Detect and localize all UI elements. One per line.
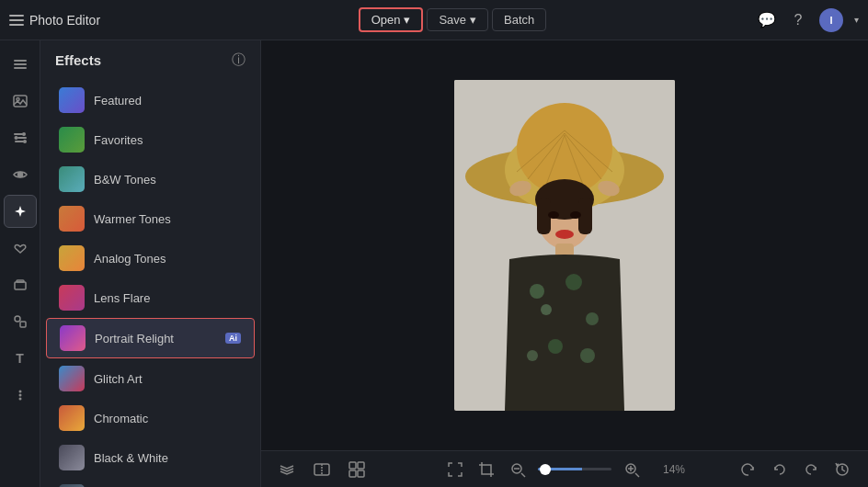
svg-point-9	[14, 136, 17, 140]
sidebar-item-menu[interactable]	[4, 48, 37, 81]
effect-item-chromatic[interactable]: Chromatic	[46, 399, 255, 437]
user-menu-chevron[interactable]: ▾	[854, 15, 859, 25]
svg-rect-7	[15, 141, 24, 142]
effects-panel: Effects ⓘ FeaturedFavoritesB&W TonesWarm…	[40, 40, 261, 487]
crop-icon[interactable]	[475, 459, 497, 481]
menu-icon[interactable]	[9, 15, 24, 26]
sidebar-item-effects[interactable]	[4, 195, 37, 228]
svg-point-11	[17, 173, 22, 177]
sidebar-item-eye[interactable]	[4, 158, 37, 191]
svg-point-10	[23, 140, 27, 143]
svg-rect-3	[14, 96, 27, 107]
effect-label-lens-flare: Lens Flare	[94, 291, 242, 305]
svg-rect-0	[14, 60, 27, 62]
effect-item-favorites[interactable]: Favorites	[46, 120, 255, 159]
svg-point-35	[555, 230, 574, 239]
avatar[interactable]: I	[819, 8, 843, 32]
ai-badge: Ai	[225, 333, 241, 344]
svg-rect-48	[349, 462, 356, 469]
effect-label-warmer-tones: Warmer Tones	[94, 212, 242, 226]
effect-label-analog-tones: Analog Tones	[94, 252, 242, 266]
effect-icon-featured	[59, 87, 85, 113]
effect-icon-portrait-relight	[60, 325, 86, 351]
effect-icon-lens-flare	[59, 285, 85, 311]
effect-item-featured[interactable]: Featured	[46, 81, 255, 119]
effect-item-portrait-relight[interactable]: Portrait RelightAi	[46, 318, 255, 358]
svg-point-14	[15, 316, 20, 322]
svg-point-40	[586, 312, 599, 325]
save-button[interactable]: Save ▾	[427, 8, 488, 31]
effect-icon-chromatic	[59, 405, 85, 431]
svg-point-18	[18, 398, 21, 401]
sidebar-item-objects[interactable]	[4, 305, 37, 338]
sidebar-item-tune[interactable]	[4, 121, 37, 154]
sidebar-item-more[interactable]	[4, 379, 37, 412]
bottombar: 14%	[261, 450, 868, 487]
layers-icon[interactable]	[276, 459, 298, 481]
topbar-center: Open ▾ Save ▾ Batch	[193, 7, 712, 32]
sidebar-item-layers[interactable]	[4, 268, 37, 301]
zoom-out-icon[interactable]	[507, 459, 529, 481]
svg-rect-13	[17, 280, 24, 282]
effect-item-black-white[interactable]: Black & White	[46, 438, 255, 477]
svg-point-17	[18, 394, 21, 397]
help-icon[interactable]: ?	[788, 10, 808, 30]
history-icon[interactable]	[831, 459, 853, 481]
effect-label-portrait-relight: Portrait Relight	[95, 332, 216, 345]
svg-point-33	[548, 211, 559, 219]
svg-rect-51	[358, 470, 364, 477]
effect-item-analog-tones[interactable]: Analog Tones	[46, 239, 255, 277]
icon-sidebar: T	[0, 40, 40, 487]
svg-line-58	[635, 473, 639, 477]
effect-label-black-white: Black & White	[94, 451, 242, 465]
zoom-value: 14%	[652, 463, 685, 476]
svg-point-42	[527, 350, 538, 361]
effect-icon-black-white	[59, 445, 85, 470]
batch-button[interactable]: Batch	[492, 8, 546, 31]
svg-point-41	[548, 339, 563, 354]
chevron-down-icon: ▾	[470, 13, 476, 27]
sidebar-item-image[interactable]	[4, 85, 37, 118]
open-button[interactable]: Open ▾	[359, 7, 424, 32]
fit-screen-icon[interactable]	[444, 459, 466, 481]
sidebar-item-favorites[interactable]	[4, 232, 37, 265]
compare-icon[interactable]	[311, 459, 333, 481]
photo-image	[454, 80, 675, 411]
effect-icon-bw-tones	[59, 166, 85, 192]
svg-rect-2	[14, 67, 27, 69]
canvas-area: 14%	[261, 40, 868, 487]
grid-icon[interactable]	[346, 459, 368, 481]
svg-point-34	[570, 211, 581, 219]
effect-item-glitch-art[interactable]: Glitch Art	[46, 359, 255, 398]
zoom-slider[interactable]	[538, 468, 611, 470]
redo-icon[interactable]	[800, 459, 822, 481]
comment-icon[interactable]: 💬	[757, 10, 777, 30]
effect-label-chromatic: Chromatic	[94, 412, 242, 425]
effects-title: Effects	[55, 52, 101, 68]
bottom-left-tools	[276, 459, 368, 481]
zoom-in-icon[interactable]	[621, 459, 643, 481]
topbar-left: Photo Editor	[9, 13, 193, 28]
effect-label-glitch-art: Glitch Art	[94, 372, 242, 386]
sidebar-item-text[interactable]: T	[4, 342, 37, 375]
effect-icon-favorites	[59, 127, 85, 153]
svg-rect-12	[15, 282, 26, 289]
svg-point-8	[22, 132, 26, 136]
effect-item-warmer-tones[interactable]: Warmer Tones	[46, 199, 255, 238]
bottom-right-tools	[737, 459, 853, 481]
chevron-down-icon: ▾	[404, 13, 410, 27]
effect-item-lens-flare[interactable]: Lens Flare	[46, 278, 255, 317]
svg-point-38	[541, 304, 552, 315]
undo-icon[interactable]	[769, 459, 791, 481]
svg-point-37	[530, 284, 544, 299]
info-icon[interactable]: ⓘ	[232, 51, 246, 69]
effect-item-bw-tones[interactable]: B&W Tones	[46, 160, 255, 198]
svg-rect-6	[17, 137, 27, 139]
effect-label-featured: Featured	[94, 94, 242, 108]
effect-item-charcoal[interactable]: Charcoal	[46, 478, 255, 487]
effect-icon-warmer-tones	[59, 206, 85, 232]
rotate-right-icon[interactable]	[737, 459, 760, 481]
app-title: Photo Editor	[29, 13, 100, 28]
topbar: Photo Editor Open ▾ Save ▾ Batch 💬 ? I ▾	[0, 0, 868, 40]
effects-header: Effects ⓘ	[40, 40, 260, 76]
